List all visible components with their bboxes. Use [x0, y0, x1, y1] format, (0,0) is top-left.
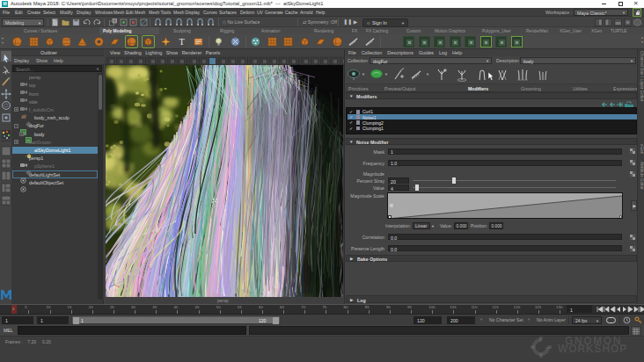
svg-text:T: T [179, 37, 185, 47]
